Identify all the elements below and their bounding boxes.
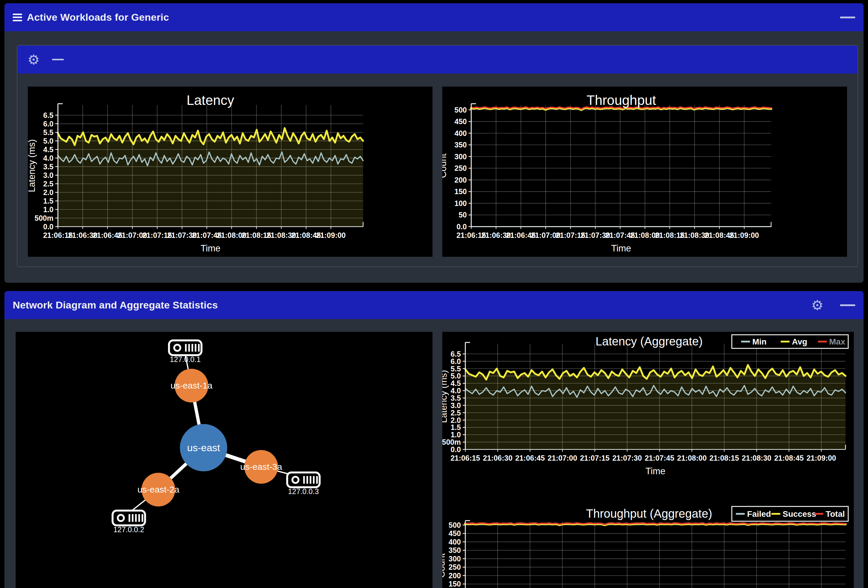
y-tick-label: 500m (35, 214, 53, 222)
y-tick-label: 3.0 (450, 401, 461, 409)
y-tick-label: 0.0 (43, 223, 53, 231)
latency-chart[interactable]: 21:06:1521:06:3021:06:4521:07:0021:07:15… (28, 87, 433, 257)
y-tick-label: 500m (442, 438, 461, 446)
network-diagram-header: Network Diagram and Aggregate Statistics… (4, 291, 864, 319)
menu-icon[interactable] (13, 13, 22, 21)
settings-gear-icon[interactable]: ⚙ (811, 298, 824, 312)
network-diagram[interactable]: us-east-1aus-east-2aus-east-3aus-east127… (16, 332, 433, 588)
y-tick-label: 300 (449, 555, 461, 563)
y-tick-label: 1.0 (450, 430, 461, 439)
x-axis-title: Time (645, 466, 666, 476)
y-tick-label: 1.0 (43, 205, 53, 214)
aggregate-stats-panel: 21:06:1521:06:3021:06:4521:07:0021:07:15… (442, 332, 854, 588)
legend-item-label: Total (826, 510, 845, 519)
chart-legend: MinAvgMax (732, 335, 848, 349)
x-tick-label: 21:08:45 (774, 454, 804, 462)
zone-node-label: us-east-1a (170, 381, 213, 390)
y-tick-label: 1.5 (43, 197, 53, 205)
network-svg: us-east-1aus-east-2aus-east-3aus-east127… (16, 332, 433, 588)
legend-item-label: Failed (747, 510, 771, 519)
chart-title: Throughput (Aggregate) (586, 507, 712, 520)
chart-title: Latency (186, 93, 234, 108)
y-tick-label: 4.0 (450, 387, 461, 395)
x-tick-label: 21:06:30 (483, 454, 512, 462)
throughput-svg: 21:06:1521:06:3021:06:4521:07:0021:07:15… (442, 87, 847, 257)
y-tick-label: 400 (455, 129, 467, 137)
settings-gear-icon[interactable]: ⚙ (28, 53, 40, 66)
y-axis-title: Count (442, 154, 448, 178)
x-tick-label: 21:07:45 (645, 454, 674, 462)
avg-area (465, 365, 846, 449)
collapse-subpanel-icon[interactable] (52, 59, 64, 60)
y-axis-title: Latency (ms) (28, 139, 37, 192)
y-tick-label: 6.5 (450, 350, 461, 358)
y-tick-label: 2.0 (43, 188, 53, 196)
y-tick-label: 150 (455, 187, 467, 196)
y-tick-label: 150 (449, 580, 461, 588)
active-workloads-header: Active Workloads for Generic (4, 3, 864, 31)
throughput_agg-svg: 21:06:1521:06:3021:06:4521:07:0021:07:15… (442, 502, 854, 588)
panel-title: Network Diagram and Aggregate Statistics (13, 299, 218, 311)
legend-item-label: Avg (792, 337, 807, 346)
y-tick-label: 6.0 (450, 357, 461, 365)
y-tick-label: 4.5 (43, 145, 53, 154)
y-tick-label: 400 (449, 538, 461, 546)
y-tick-label: 5.5 (43, 128, 53, 136)
zone-node-label: us-east-3a (240, 462, 282, 471)
y-tick-label: 0.0 (456, 223, 467, 231)
zone-node-us-east-3a[interactable]: us-east-3a (240, 450, 282, 484)
y-tick-label: 50 (459, 211, 467, 219)
y-tick-label: 4.0 (43, 154, 53, 162)
latency-aggregate-chart[interactable]: 21:06:1521:06:3021:06:4521:07:0021:07:15… (442, 332, 854, 502)
region-node-us-east[interactable]: us-east (180, 424, 227, 471)
collapse-panel-icon[interactable] (840, 304, 855, 306)
chart-title: Throughput (586, 93, 656, 108)
y-tick-label: 450 (455, 117, 467, 126)
x-tick-label: 21:09:00 (316, 231, 345, 239)
x-tick-label: 21:07:00 (548, 454, 577, 462)
y-tick-label: 450 (449, 529, 461, 538)
x-tick-label: 21:07:15 (580, 454, 610, 462)
server-node-127.0.0.1[interactable]: 127.0.0.1 (169, 340, 201, 363)
region-node-label: us-east (187, 442, 220, 453)
throughput-aggregate-chart[interactable]: 21:06:1521:06:3021:06:4521:07:0021:07:15… (442, 502, 854, 588)
chart-legend: FailedSuccessTotal (732, 507, 848, 521)
x-tick-label: 21:09:00 (806, 454, 836, 462)
y-tick-label: 300 (455, 152, 467, 161)
y-tick-label: 1.5 (450, 423, 461, 431)
y-tick-label: 3.5 (450, 394, 461, 402)
zone-node-label: us-east-2a (137, 485, 179, 494)
y-tick-label: 2.5 (450, 409, 461, 417)
legend-item-label: Max (829, 337, 846, 346)
x-tick-label: 21:08:00 (677, 454, 707, 462)
y-axis-title: Count (442, 553, 447, 578)
workloads-subpanel-toolbar: ⚙ (18, 46, 858, 74)
server-node-127.0.0.2[interactable]: 127.0.0.2 (112, 511, 145, 533)
panel-title: Active Workloads for Generic (27, 12, 169, 23)
y-tick-label: 2.5 (43, 180, 53, 188)
y-tick-label: 4.5 (450, 379, 461, 387)
y-tick-label: 5.0 (43, 137, 53, 145)
x-tick-label: 21:07:30 (613, 454, 642, 462)
y-tick-label: 350 (449, 546, 461, 554)
y-tick-label: 100 (455, 199, 467, 207)
y-tick-label: 200 (455, 176, 467, 184)
server-node-127.0.0.3[interactable]: 127.0.0.3 (287, 473, 320, 495)
collapse-panel-icon[interactable] (840, 16, 855, 18)
x-axis-title: Time (201, 243, 221, 254)
y-tick-label: 250 (449, 563, 461, 571)
latency-svg: 21:06:1521:06:3021:06:4521:07:0021:07:15… (28, 87, 433, 257)
zone-node-us-east-1a[interactable]: us-east-1a (170, 369, 213, 402)
x-tick-label: 21:06:15 (450, 454, 480, 462)
y-tick-label: 2.0 (450, 416, 461, 424)
x-tick-label: 21:06:45 (515, 454, 545, 462)
legend-item-label: Success (782, 510, 816, 519)
y-tick-label: 3.0 (43, 171, 53, 179)
y-axis-title: Latency (ms) (442, 370, 449, 423)
latency_agg-svg: 21:06:1521:06:3021:06:4521:07:0021:07:15… (442, 332, 854, 502)
avg-area (58, 128, 363, 227)
y-tick-label: 6.5 (43, 111, 53, 120)
y-tick-label: 200 (449, 572, 461, 580)
x-tick-label: 21:08:15 (709, 454, 739, 462)
throughput-chart[interactable]: 21:06:1521:06:3021:06:4521:07:0021:07:15… (442, 87, 847, 257)
